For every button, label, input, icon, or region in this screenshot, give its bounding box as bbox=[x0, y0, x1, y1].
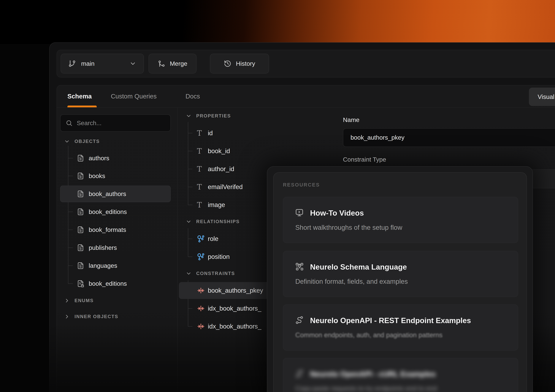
tab-docs-label: Docs bbox=[185, 93, 200, 100]
sidebar-search[interactable] bbox=[60, 114, 171, 132]
name-field bbox=[343, 128, 555, 147]
document-icon bbox=[77, 208, 84, 215]
property-label: image bbox=[208, 201, 225, 209]
git-merge-icon bbox=[158, 60, 165, 67]
section-constraints-label: CONSTRAINTS bbox=[196, 271, 235, 276]
document-lock-icon bbox=[77, 280, 84, 287]
name-field-label: Name bbox=[343, 116, 359, 123]
resource-card-title: Neurelo OpenAPI - cURL Examples bbox=[310, 370, 436, 378]
chevron-down-icon bbox=[129, 60, 136, 67]
section-objects-label: OBJECTS bbox=[74, 139, 100, 144]
sidebar-item-label: book_authors bbox=[89, 190, 126, 197]
section-relationships-label: RELATIONSHIPS bbox=[196, 219, 240, 224]
section-enums[interactable]: ENUMS bbox=[64, 296, 94, 305]
chevron-right-icon bbox=[64, 298, 70, 304]
visual-toggle-button[interactable]: Visual bbox=[529, 87, 555, 106]
property-label: book_id bbox=[208, 147, 230, 155]
property-label: emailVerifed bbox=[208, 183, 243, 191]
tab-schema-label: Schema bbox=[67, 93, 92, 100]
chevron-down-icon bbox=[186, 113, 192, 119]
resource-card-schema-language[interactable]: Neurelo Schema Language Definition forma… bbox=[283, 251, 518, 297]
section-constraints[interactable]: CONSTRAINTS bbox=[186, 269, 235, 278]
section-properties-label: PROPERTIES bbox=[196, 113, 231, 119]
tab-custom-queries[interactable]: Custom Queries bbox=[111, 85, 157, 107]
document-icon bbox=[77, 226, 84, 233]
constraint-icon bbox=[197, 305, 205, 312]
type-text-icon: T bbox=[197, 130, 202, 137]
section-inner-objects[interactable]: INNER OBJECTS bbox=[64, 312, 118, 321]
resources-modal-inner: RESOURCES How-To Videos Short walkthroug… bbox=[273, 172, 527, 392]
constraint-type-label: Constraint Type bbox=[343, 156, 386, 163]
resource-card-title: How-To Videos bbox=[310, 209, 364, 218]
visual-button-label: Visual bbox=[538, 93, 555, 100]
type-text-icon: T bbox=[197, 183, 202, 191]
property-item-book-id[interactable]: T book_id bbox=[179, 143, 283, 160]
resource-card-description: Short walkthroughs of the setup flow bbox=[295, 224, 402, 231]
sidebar-item-label: book_formats bbox=[89, 226, 126, 233]
tab-schema[interactable]: Schema bbox=[67, 85, 92, 107]
document-icon bbox=[77, 154, 84, 162]
resource-card-how-to-videos[interactable]: How-To Videos Short walkthroughs of the … bbox=[283, 197, 518, 243]
background-orange-glow bbox=[0, 0, 555, 44]
resources-header: RESOURCES bbox=[283, 182, 320, 188]
search-icon bbox=[66, 120, 73, 126]
relationship-icon bbox=[197, 253, 205, 261]
chevron-right-icon bbox=[64, 314, 70, 320]
resource-card-title: Neurelo OpenAPI - REST Endpoint Examples bbox=[310, 316, 471, 325]
tab-custom-queries-label: Custom Queries bbox=[111, 93, 157, 100]
section-enums-label: ENUMS bbox=[74, 298, 94, 303]
constraint-label: idx_book_authors_ bbox=[208, 323, 261, 330]
constraint-icon bbox=[197, 322, 205, 330]
relationship-label: role bbox=[208, 235, 218, 242]
type-text-icon: T bbox=[197, 201, 202, 209]
tab-bar: Schema Custom Queries Docs Visual bbox=[57, 85, 555, 108]
section-properties[interactable]: PROPERTIES bbox=[186, 112, 231, 120]
route-icon bbox=[295, 316, 304, 325]
sidebar-item-books[interactable]: books bbox=[60, 168, 171, 184]
sidebar-item-publishers[interactable]: publishers bbox=[60, 240, 171, 256]
sidebar-item-book-editions-view[interactable]: book_editions bbox=[60, 275, 171, 292]
sidebar-item-book-formats[interactable]: book_formats bbox=[60, 221, 171, 238]
branch-selector[interactable]: main bbox=[61, 54, 144, 73]
schema-sidebar: OBJECTS authors books book_authors bbox=[57, 108, 178, 392]
chevron-down-icon bbox=[64, 138, 70, 145]
history-icon bbox=[224, 60, 231, 67]
sidebar-item-authors[interactable]: authors bbox=[60, 150, 171, 167]
schema-blocks-icon bbox=[295, 262, 304, 271]
sidebar-item-book-editions[interactable]: book_editions bbox=[60, 203, 171, 220]
toolbar: main Merge History bbox=[57, 50, 555, 78]
chevron-down-icon bbox=[186, 219, 192, 225]
branch-name: main bbox=[81, 60, 95, 67]
sidebar-item-label: book_editions bbox=[89, 208, 127, 215]
sidebar-item-label: book_editions bbox=[89, 280, 127, 287]
document-icon bbox=[77, 172, 84, 180]
search-input[interactable] bbox=[77, 120, 165, 127]
property-item-id[interactable]: T id bbox=[179, 125, 283, 142]
resource-card-title: Neurelo Schema Language bbox=[310, 263, 407, 271]
sidebar-item-label: books bbox=[89, 173, 105, 180]
resource-card-openapi-rest[interactable]: Neurelo OpenAPI - REST Endpoint Examples… bbox=[283, 305, 518, 350]
history-button[interactable]: History bbox=[210, 54, 269, 73]
resource-card-description: Common endpoints, auth, and pagination p… bbox=[295, 331, 443, 339]
relationship-icon bbox=[197, 235, 205, 243]
section-relationships[interactable]: RELATIONSHIPS bbox=[186, 218, 240, 226]
property-label: id bbox=[208, 130, 213, 137]
sidebar-item-label: authors bbox=[89, 155, 109, 162]
sidebar-item-languages[interactable]: languages bbox=[60, 257, 171, 274]
tab-docs[interactable]: Docs bbox=[185, 85, 200, 107]
property-label: author_id bbox=[208, 165, 234, 173]
document-icon bbox=[77, 244, 84, 251]
active-tab-underline bbox=[67, 106, 97, 107]
relationship-label: position bbox=[208, 253, 230, 260]
resource-card-openapi-curl[interactable]: Neurelo OpenAPI - cURL Examples Copy-pas… bbox=[283, 358, 518, 392]
constraint-icon bbox=[197, 287, 205, 294]
constraint-label: idx_book_authors_ bbox=[208, 305, 261, 312]
name-input[interactable] bbox=[351, 134, 555, 141]
route-icon bbox=[295, 369, 304, 378]
section-inner-objects-label: INNER OBJECTS bbox=[74, 314, 118, 319]
resources-modal: RESOURCES How-To Videos Short walkthroug… bbox=[267, 166, 533, 392]
sidebar-item-book-authors[interactable]: book_authors bbox=[60, 186, 171, 202]
document-icon bbox=[77, 190, 84, 197]
section-objects[interactable]: OBJECTS bbox=[64, 137, 100, 146]
merge-button[interactable]: Merge bbox=[149, 54, 197, 73]
